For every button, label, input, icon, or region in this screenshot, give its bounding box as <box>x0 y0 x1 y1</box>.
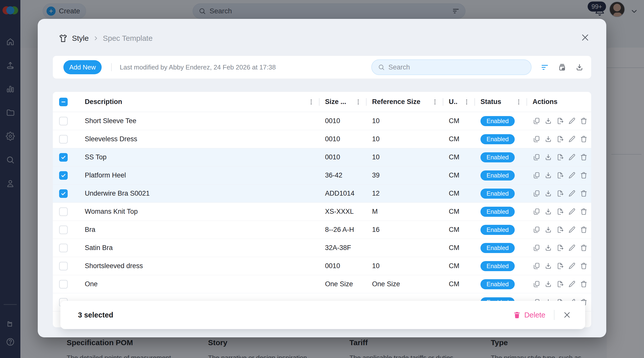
reference-size-cell: 12 <box>372 190 449 197</box>
divider <box>111 63 112 71</box>
column-header-status[interactable]: Status <box>480 98 501 106</box>
delete-icon[interactable] <box>580 171 588 179</box>
row-checkbox[interactable] <box>59 280 68 289</box>
select-all-checkbox[interactable] <box>59 98 68 106</box>
delete-icon[interactable] <box>580 190 588 197</box>
row-checkbox[interactable] <box>59 117 68 125</box>
export-icon[interactable] <box>556 208 564 216</box>
table-row[interactable]: Shortsleeved dress 0010 10 CM Enabled <box>53 257 591 275</box>
edit-icon[interactable] <box>568 262 576 270</box>
column-menu-icon[interactable] <box>432 99 438 105</box>
column-menu-icon[interactable] <box>308 99 314 105</box>
edit-icon[interactable] <box>568 244 576 252</box>
status-badge: Enabled <box>480 134 515 144</box>
copy-icon[interactable] <box>533 208 540 216</box>
download-icon[interactable] <box>544 226 552 234</box>
table-search-input[interactable] <box>388 63 525 71</box>
download-icon[interactable] <box>544 208 552 216</box>
table-row[interactable]: Bra 8--26 A-H 16 CM Enabled <box>53 221 591 239</box>
row-checkbox[interactable] <box>59 244 68 252</box>
table-row[interactable]: Platform Heel 36-42 39 CM Enabled <box>53 166 591 185</box>
export-icon[interactable] <box>556 171 564 179</box>
row-checkbox[interactable] <box>59 189 68 198</box>
add-new-button[interactable]: Add New <box>63 60 102 74</box>
export-icon[interactable] <box>556 153 564 161</box>
download-icon[interactable] <box>575 63 584 71</box>
delete-icon[interactable] <box>580 280 588 288</box>
edit-icon[interactable] <box>568 226 576 234</box>
edit-icon[interactable] <box>568 153 576 161</box>
export-icon[interactable] <box>556 190 564 197</box>
export-icon[interactable] <box>556 280 564 288</box>
table-row[interactable]: SS Top 0010 10 CM Enabled <box>53 148 591 166</box>
export-icon[interactable] <box>556 244 564 252</box>
copy-icon[interactable] <box>533 117 540 125</box>
copy-icon[interactable] <box>533 171 540 179</box>
delete-icon[interactable] <box>580 262 588 270</box>
edit-icon[interactable] <box>568 117 576 125</box>
download-icon[interactable] <box>544 117 552 125</box>
copy-icon[interactable] <box>533 135 540 143</box>
row-checkbox[interactable] <box>59 262 68 270</box>
delete-icon[interactable] <box>580 117 588 125</box>
download-icon[interactable] <box>544 171 552 179</box>
download-icon[interactable] <box>544 135 552 143</box>
copy-icon[interactable] <box>533 280 540 288</box>
column-header-size-range[interactable]: Size ... <box>325 98 346 106</box>
description-cell: Sleeveless Dress <box>74 135 325 143</box>
modal-close-icon[interactable] <box>581 33 590 42</box>
download-icon[interactable] <box>544 262 552 270</box>
row-checkbox[interactable] <box>59 171 68 180</box>
delete-icon[interactable] <box>580 226 588 234</box>
export-icon[interactable] <box>556 135 564 143</box>
row-checkbox[interactable] <box>59 226 68 234</box>
edit-icon[interactable] <box>568 171 576 179</box>
table-row[interactable]: Womans Knit Top XS-XXXL M CM Enabled <box>53 203 591 221</box>
download-icon[interactable] <box>544 190 552 197</box>
column-menu-icon[interactable] <box>515 99 522 105</box>
delete-selected-button[interactable]: Delete <box>513 311 545 319</box>
spec-library-icon[interactable] <box>558 63 566 71</box>
column-header-uom[interactable]: U.. <box>449 98 458 106</box>
selection-bar-close-icon[interactable] <box>563 311 571 319</box>
table-row[interactable]: Underwire Bra S0021 ADD1014 12 CM Enable… <box>53 185 591 203</box>
status-badge: Enabled <box>480 261 515 271</box>
row-checkbox[interactable] <box>59 207 68 216</box>
edit-icon[interactable] <box>568 208 576 216</box>
size-range-cell: 32A-38F <box>325 244 372 252</box>
export-icon[interactable] <box>556 117 564 125</box>
table-row[interactable]: Short Sleeve Tee 0010 10 CM Enabled <box>53 112 591 130</box>
reference-size-cell: 10 <box>372 262 449 270</box>
table-row[interactable]: Sleeveless Dress 0010 10 CM Enabled <box>53 130 591 148</box>
breadcrumb-spec-template: Spec Template <box>103 34 153 43</box>
export-icon[interactable] <box>556 226 564 234</box>
column-header-reference-size[interactable]: Reference Size <box>372 98 420 106</box>
breadcrumb-style[interactable]: Style <box>72 34 89 43</box>
copy-icon[interactable] <box>533 153 540 161</box>
table-row[interactable]: Satin Bra 32A-38F CM Enabled <box>53 239 591 257</box>
copy-icon[interactable] <box>533 244 540 252</box>
edit-icon[interactable] <box>568 135 576 143</box>
delete-icon[interactable] <box>580 153 588 161</box>
download-icon[interactable] <box>544 153 552 161</box>
export-icon[interactable] <box>556 262 564 270</box>
search-icon <box>378 64 385 71</box>
delete-icon[interactable] <box>580 244 588 252</box>
table-search[interactable] <box>371 59 532 75</box>
row-checkbox[interactable] <box>59 153 68 162</box>
copy-icon[interactable] <box>533 226 540 234</box>
column-header-description[interactable]: Description <box>85 98 122 106</box>
column-menu-icon[interactable] <box>355 99 361 105</box>
row-checkbox[interactable] <box>59 135 68 144</box>
filter-icon[interactable] <box>541 63 549 71</box>
copy-icon[interactable] <box>533 190 540 197</box>
delete-icon[interactable] <box>580 135 588 143</box>
copy-icon[interactable] <box>533 262 540 270</box>
column-menu-icon[interactable] <box>463 99 470 105</box>
edit-icon[interactable] <box>568 190 576 197</box>
edit-icon[interactable] <box>568 280 576 288</box>
table-row[interactable]: One One Size One Size CM Enabled <box>53 275 591 293</box>
download-icon[interactable] <box>544 244 552 252</box>
download-icon[interactable] <box>544 280 552 288</box>
delete-icon[interactable] <box>580 208 588 216</box>
